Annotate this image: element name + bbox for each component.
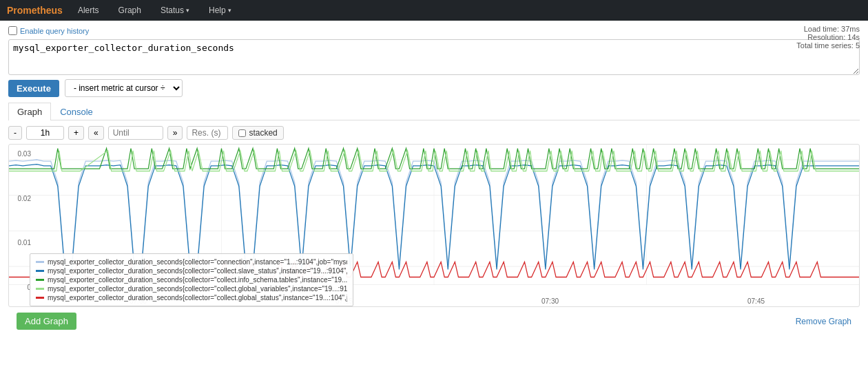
legend-label-4: mysql_exporter_collector_duration_second… [48, 294, 347, 302]
nav-status[interactable]: Status ▾ [156, 3, 194, 18]
res-input[interactable] [187, 126, 228, 140]
legend-color-2 [36, 279, 44, 281]
chart-container: 0.03 0.02 0.01 0 [8, 144, 860, 307]
help-caret: ▾ [228, 7, 231, 14]
nav-graph[interactable]: Graph [114, 3, 145, 18]
tabs-row: Graph Console [8, 103, 860, 120]
query-input[interactable]: mysql_exporter_collector_duration_second… [8, 39, 860, 75]
main-content: Load time: 37ms Resolution: 14s Total ti… [0, 21, 868, 341]
legend-label-0: mysql_exporter_collector_duration_second… [48, 258, 347, 266]
nav-help[interactable]: Help ▾ [205, 3, 236, 18]
toolbar-row: Execute - insert metric at cursor ÷ [8, 79, 860, 97]
legend-color-1 [36, 270, 44, 272]
legend-item-2: mysql_exporter_collector_duration_second… [36, 276, 347, 284]
legend-color-0 [36, 261, 44, 263]
status-caret: ▾ [186, 7, 189, 14]
legend-label-3: mysql_exporter_collector_duration_second… [48, 285, 347, 293]
legend-label-2: mysql_exporter_collector_duration_second… [48, 276, 347, 284]
add-graph-button[interactable]: Add Graph [17, 313, 76, 330]
legend: mysql_exporter_collector_duration_second… [30, 253, 353, 306]
execute-button[interactable]: Execute [8, 80, 59, 97]
legend-label-1: mysql_exporter_collector_duration_second… [48, 267, 347, 275]
total-time-series: Total time series: 5 [796, 41, 860, 50]
brand-logo: Prometheus [7, 5, 63, 16]
navbar: Prometheus Alerts Graph Status ▾ Help ▾ [0, 0, 868, 21]
remove-graph-button[interactable]: Remove Graph [796, 317, 851, 326]
until-input[interactable] [108, 126, 163, 140]
query-row: mysql_exporter_collector_duration_second… [8, 39, 860, 75]
legend-item-0: mysql_exporter_collector_duration_second… [36, 258, 347, 266]
legend-color-3 [36, 288, 44, 290]
tab-console[interactable]: Console [51, 103, 102, 120]
nav-alerts[interactable]: Alerts [74, 3, 103, 18]
time-plus-button[interactable]: + [68, 126, 84, 140]
time-back-button[interactable]: « [88, 126, 104, 140]
stacked-checkbox[interactable] [238, 129, 246, 137]
enable-query-history[interactable]: Enable query history [8, 26, 860, 35]
time-minus-button[interactable]: - [8, 126, 22, 140]
tab-graph[interactable]: Graph [8, 103, 51, 120]
stacked-toggle[interactable]: stacked [232, 126, 283, 140]
x-label-0745: 07:45 [747, 297, 765, 305]
legend-item-3: mysql_exporter_collector_duration_second… [36, 285, 347, 293]
bottom-bar: Add Graph Remove Graph [8, 307, 860, 335]
resolution: Resolution: 14s [796, 33, 860, 41]
time-forward-button[interactable]: » [167, 126, 183, 140]
load-info: Load time: 37ms Resolution: 14s Total ti… [796, 25, 860, 50]
time-range-input[interactable] [26, 126, 64, 140]
x-label-0730: 07:30 [541, 297, 559, 305]
graph-controls: - + « » stacked [8, 126, 860, 140]
insert-metric-select[interactable]: - insert metric at cursor ÷ [65, 79, 183, 97]
load-time: Load time: 37ms [796, 25, 860, 33]
legend-color-4 [36, 297, 44, 299]
query-history-checkbox[interactable] [8, 26, 17, 35]
legend-item-1: mysql_exporter_collector_duration_second… [36, 267, 347, 275]
legend-item-4: mysql_exporter_collector_duration_second… [36, 294, 347, 302]
